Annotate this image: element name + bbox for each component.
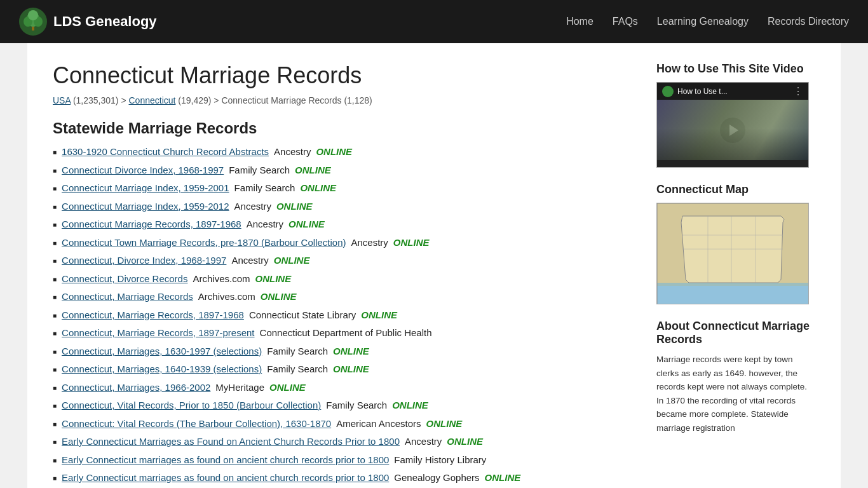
list-item: Connecticut Town Marriage Records, pre-1… xyxy=(53,236,631,250)
video-label: How to Use t... xyxy=(677,87,728,96)
online-badge: ONLINE xyxy=(333,344,369,359)
video-section: How to Use This Site Video How to Use t.… xyxy=(656,62,815,168)
video-thumbnail[interactable]: How to Use t... ⋮ xyxy=(656,82,809,168)
record-link[interactable]: Connecticut, Marriages, 1630-1997 (selec… xyxy=(62,344,262,359)
section-title: Statewide Marriage Records xyxy=(53,119,631,137)
breadcrumb-ct-count: (19,429) xyxy=(178,95,211,105)
record-source: Ancestry xyxy=(231,254,268,268)
record-source: Connecticut State Library xyxy=(249,308,356,323)
breadcrumb-current: Connecticut Marriage Records (1,128) xyxy=(221,95,372,105)
brand-name: LDS Genealogy xyxy=(53,13,157,30)
record-source: Ancestry xyxy=(351,236,388,250)
record-link[interactable]: Connecticut Town Marriage Records, pre-1… xyxy=(62,236,346,250)
nav-home[interactable]: Home xyxy=(566,16,593,27)
record-list: 1630-1920 Connecticut Church Record Abst… xyxy=(53,145,631,488)
online-badge: ONLINE xyxy=(447,435,483,449)
video-logo-icon xyxy=(662,86,674,97)
online-badge: ONLINE xyxy=(295,163,331,178)
record-link[interactable]: Connecticut, Marriages, 1966-2002 xyxy=(62,381,210,395)
svg-point-5 xyxy=(28,10,38,20)
about-text: Marriage records were kept by town clerk… xyxy=(656,353,815,435)
map-section: Connecticut Map xyxy=(656,183,815,304)
list-item: Early Connecticut marriages as found on … xyxy=(53,453,631,468)
record-link[interactable]: Connecticut Marriage Index, 1959-2001 xyxy=(62,181,229,196)
record-link[interactable]: Connecticut Divorce Index, 1968-1997 xyxy=(62,163,224,178)
online-badge: ONLINE xyxy=(288,217,325,232)
online-badge: ONLINE xyxy=(316,145,352,159)
list-item: Connecticut, Divorce Records Archives.co… xyxy=(53,272,631,287)
nav-records-directory[interactable]: Records Directory xyxy=(768,16,849,27)
record-source: Family Search xyxy=(326,398,387,413)
record-link[interactable]: Connecticut, Marriage Records, 1897-pres… xyxy=(62,326,255,341)
record-link[interactable]: Early Connecticut marriages as found on … xyxy=(62,453,389,468)
list-item: Connecticut, Vital Records, Prior to 185… xyxy=(53,398,631,413)
list-item: Connecticut, Marriage Records, 1897-1968… xyxy=(53,308,631,323)
record-source: Archives.com xyxy=(193,272,250,287)
record-source: Family Search xyxy=(267,344,328,359)
record-source: Family Search xyxy=(267,362,328,377)
list-item: Early Connecticut Marriages as Found on … xyxy=(53,435,631,449)
record-link[interactable]: Connecticut, Divorce Records xyxy=(62,272,187,287)
map-svg xyxy=(657,203,809,304)
online-badge: ONLINE xyxy=(361,308,397,323)
online-badge: ONLINE xyxy=(426,417,463,431)
online-badge: ONLINE xyxy=(300,181,336,196)
list-item: Connecticut: Vital Records (The Barbour … xyxy=(53,417,631,431)
video-section-title: How to Use This Site Video xyxy=(656,62,815,76)
record-link[interactable]: Connecticut: Vital Records (The Barbour … xyxy=(62,417,331,431)
list-item: Connecticut, Marriages, 1630-1997 (selec… xyxy=(53,344,631,359)
record-source: Ancestry xyxy=(234,200,271,214)
list-item: Connecticut Marriage Index, 1959-2012 An… xyxy=(53,200,631,214)
record-link[interactable]: Connecticut, Marriage Records, 1897-1968 xyxy=(62,308,244,323)
record-source: Genealogy Gophers xyxy=(394,471,479,485)
list-item: Connecticut, Marriage Records Archives.c… xyxy=(53,290,631,304)
online-badge: ONLINE xyxy=(274,254,310,268)
svg-rect-14 xyxy=(657,283,809,304)
breadcrumb-usa[interactable]: USA xyxy=(53,95,71,105)
video-body xyxy=(657,100,808,160)
online-badge: ONLINE xyxy=(485,471,521,485)
record-link[interactable]: Connecticut, Marriage Records xyxy=(62,290,193,304)
online-badge: ONLINE xyxy=(393,236,430,250)
nav-learning-genealogy[interactable]: Learning Genealogy xyxy=(657,16,749,27)
online-badge: ONLINE xyxy=(261,290,297,304)
svg-marker-8 xyxy=(681,216,784,283)
list-item: Connecticut Marriage Index, 1959-2001 Fa… xyxy=(53,181,631,196)
record-link[interactable]: Early Connecticut Marriages as Found on … xyxy=(62,435,400,449)
online-badge: ONLINE xyxy=(269,381,306,395)
record-source: MyHeritage xyxy=(215,381,264,395)
record-source: Family Search xyxy=(229,163,290,178)
list-item: Connecticut, Divorce Index, 1968-1997 An… xyxy=(53,254,631,268)
list-item: Connecticut, Marriages, 1640-1939 (selec… xyxy=(53,362,631,377)
map-section-title: Connecticut Map xyxy=(656,183,815,196)
record-source: American Ancestors xyxy=(336,417,421,431)
record-link[interactable]: Connecticut, Vital Records, Prior to 185… xyxy=(62,398,321,413)
record-source: Ancestry xyxy=(247,217,283,232)
online-badge: ONLINE xyxy=(255,272,292,287)
about-section: About Connecticut Marriage Records Marri… xyxy=(656,320,815,435)
record-source: Ancestry xyxy=(405,435,442,449)
video-more-icon: ⋮ xyxy=(793,85,803,97)
breadcrumb: USA (1,235,301) > Connecticut (19,429) >… xyxy=(53,95,631,105)
list-item: Connecticut, Marriages, 1966-2002 MyHeri… xyxy=(53,381,631,395)
breadcrumb-ct[interactable]: Connecticut xyxy=(128,95,175,105)
main-content: Connecticut Marriage Records USA (1,235,… xyxy=(53,62,631,488)
record-link[interactable]: Connecticut Marriage Records, 1897-1968 xyxy=(62,217,241,232)
list-item: Early Connecticut marriages as found on … xyxy=(53,471,631,485)
online-badge: ONLINE xyxy=(392,398,428,413)
record-source: Family Search xyxy=(234,181,295,196)
record-link[interactable]: Early Connecticut marriages as found on … xyxy=(62,471,389,485)
sidebar: How to Use This Site Video How to Use t.… xyxy=(656,62,815,488)
list-item: Connecticut Divorce Index, 1968-1997 Fam… xyxy=(53,163,631,178)
list-item: Connecticut Marriage Records, 1897-1968 … xyxy=(53,217,631,232)
nav-faqs[interactable]: FAQs xyxy=(613,16,638,27)
record-link[interactable]: Connecticut, Divorce Index, 1968-1997 xyxy=(62,254,226,268)
record-source: Family History Library xyxy=(394,453,486,468)
record-link[interactable]: Connecticut, Marriages, 1640-1939 (selec… xyxy=(62,362,262,377)
online-badge: ONLINE xyxy=(333,362,369,377)
site-logo[interactable]: LDS Genealogy xyxy=(19,8,157,36)
record-link[interactable]: Connecticut Marriage Index, 1959-2012 xyxy=(62,200,229,214)
record-link[interactable]: 1630-1920 Connecticut Church Record Abst… xyxy=(62,145,269,159)
record-source: Ancestry xyxy=(274,145,311,159)
breadcrumb-usa-count: (1,235,301) xyxy=(73,95,119,105)
